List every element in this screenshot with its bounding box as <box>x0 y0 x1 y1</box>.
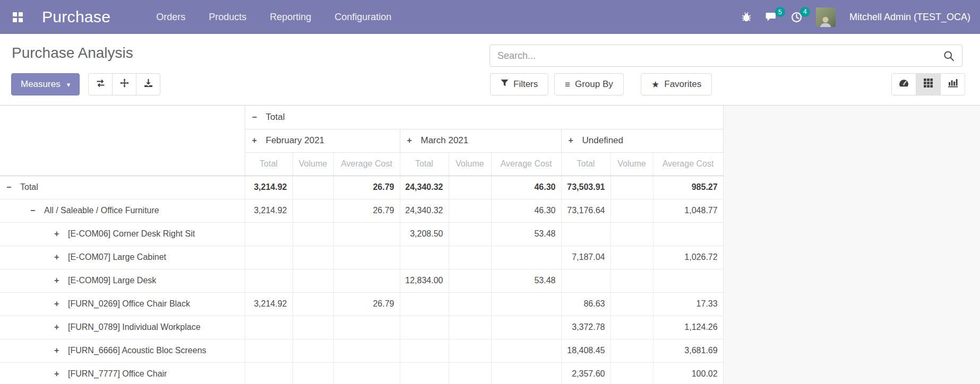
measure-header-average-cost[interactable]: Average Cost <box>653 152 723 176</box>
pivot-value-cell <box>611 269 653 292</box>
pivot-value-cell: 73,176.64 <box>561 199 611 222</box>
pivot-value-cell: 12,834.00 <box>400 269 449 292</box>
user-avatar[interactable] <box>816 7 836 27</box>
pivot-row-header[interactable]: +[E-COM07] Large Cabinet <box>0 246 245 269</box>
pivot-value-cell: 985.27 <box>653 176 723 199</box>
pivot-value-cell <box>333 339 400 362</box>
pivot-view-button[interactable] <box>916 73 941 95</box>
pivot-value-cell: 53.48 <box>491 269 561 292</box>
pivot-value-cell: 3,681.69 <box>653 339 723 362</box>
pivot-row-header[interactable]: −All / Saleable / Office Furniture <box>0 199 245 222</box>
plus-icon: + <box>54 252 63 262</box>
pivot-row-header[interactable]: +[E-COM06] Corner Desk Right Sit <box>0 222 245 246</box>
pivot-value-cell <box>449 316 491 339</box>
filters-button[interactable]: Filters <box>490 73 548 95</box>
pivot-row-header[interactable]: +[FURN_7777] Office Chair <box>0 362 245 384</box>
measures-button-label: Measures <box>21 79 61 90</box>
pivot-colgroup-february-2021[interactable]: +February 2021 <box>245 129 400 152</box>
pivot-value-cell: 7,187.04 <box>561 246 611 269</box>
pivot-value-cell <box>293 362 333 384</box>
apps-menu-button[interactable] <box>10 9 26 25</box>
minus-icon: − <box>6 182 15 192</box>
pivot-value-cell: 2,357.60 <box>561 362 611 384</box>
pivot-row-header[interactable]: +[E-COM09] Large Desk <box>0 269 245 292</box>
measure-header-total[interactable]: Total <box>245 152 293 176</box>
download-button[interactable] <box>136 73 160 95</box>
measure-header-volume[interactable]: Volume <box>449 152 491 176</box>
table-row: −All / Saleable / Office Furniture3,214.… <box>0 199 723 222</box>
plus-icon: + <box>54 229 63 239</box>
measure-header-total[interactable]: Total <box>400 152 449 176</box>
pivot-toolbar <box>88 73 160 95</box>
star-icon: ★ <box>651 80 659 89</box>
pivot-value-cell <box>491 339 561 362</box>
pivot-row-label: All / Saleable / Office Furniture <box>44 206 159 215</box>
table-row: +[FURN_0269] Office Chair Black3,214.922… <box>0 292 723 316</box>
measure-header-average-cost[interactable]: Average Cost <box>491 152 561 176</box>
search-input[interactable] <box>497 50 943 62</box>
table-row: +[E-COM06] Corner Desk Right Sit3,208.50… <box>0 222 723 246</box>
pivot-colgroup-label: Undefined <box>582 135 624 145</box>
pivot-value-cell: 1,026.72 <box>653 246 723 269</box>
activities-menu-button[interactable]: 4 <box>791 12 802 23</box>
pivot-colgroup-march-2021[interactable]: +March 2021 <box>400 129 561 152</box>
flip-axis-button[interactable] <box>88 73 113 95</box>
top-navbar: Purchase Orders Products Reporting Confi… <box>0 0 980 34</box>
measure-header-volume[interactable]: Volume <box>611 152 653 176</box>
pivot-value-cell: 1,048.77 <box>653 199 723 222</box>
app-brand[interactable]: Purchase <box>42 8 110 26</box>
pivot-value-cell <box>449 339 491 362</box>
flip-axis-icon <box>96 79 105 90</box>
search-icon[interactable] <box>943 50 955 62</box>
pivot-row-label: [FURN_0269] Office Chair Black <box>68 299 190 308</box>
pivot-value-cell <box>293 339 333 362</box>
pivot-row-header[interactable]: +[FURN_0269] Office Chair Black <box>0 292 245 316</box>
pivot-value-cell <box>293 316 333 339</box>
debug-menu-button[interactable] <box>741 12 752 22</box>
filters-button-label: Filters <box>513 79 538 90</box>
pivot-row-header[interactable]: +[FURN_0789] Individual Workplace <box>0 316 245 339</box>
pivot-value-cell: 26.79 <box>333 292 400 316</box>
pivot-value-cell <box>611 176 653 199</box>
user-menu[interactable]: Mitchell Admin (TEST_OCA) <box>849 12 970 23</box>
graph-view-button[interactable] <box>940 73 965 95</box>
measure-header-total[interactable]: Total <box>561 152 611 176</box>
favorites-button[interactable]: ★ Favorites <box>641 73 712 95</box>
pivot-value-cell <box>491 316 561 339</box>
pivot-value-cell: 24,340.32 <box>400 199 449 222</box>
pivot-row-header[interactable]: −Total <box>0 176 245 199</box>
dashboard-view-button[interactable] <box>891 73 916 95</box>
nav-item-orders[interactable]: Orders <box>156 12 185 23</box>
measure-header-average-cost[interactable]: Average Cost <box>333 152 400 176</box>
messages-menu-button[interactable]: 5 <box>766 12 777 22</box>
pivot-colgroup-label: March 2021 <box>421 135 469 145</box>
plus-icon: + <box>54 322 63 332</box>
group-by-button[interactable]: ≡ Group By <box>554 73 624 95</box>
measure-header-volume[interactable]: Volume <box>293 152 333 176</box>
pivot-value-cell: 18,408.45 <box>561 339 611 362</box>
pivot-value-cell <box>245 246 293 269</box>
pivot-value-cell <box>449 176 491 199</box>
pivot-value-cell: 26.79 <box>333 199 400 222</box>
nav-item-products[interactable]: Products <box>209 12 246 23</box>
pivot-row-label: [E-COM09] Large Desk <box>68 276 156 285</box>
pivot-value-cell <box>400 292 449 316</box>
expand-all-button[interactable] <box>112 73 136 95</box>
pivot-value-cell <box>333 246 400 269</box>
pivot-column-total-header[interactable]: −Total <box>245 106 723 129</box>
nav-item-reporting[interactable]: Reporting <box>270 12 311 23</box>
table-row: +[FURN_0789] Individual Workplace3,372.7… <box>0 316 723 339</box>
pivot-value-cell <box>293 222 333 246</box>
pivot-row-header[interactable]: +[FURN_6666] Acoustic Bloc Screens <box>0 339 245 362</box>
pivot-value-cell <box>293 176 333 199</box>
pivot-value-cell: 3,214.92 <box>245 176 293 199</box>
pivot-colgroup-undefined[interactable]: +Undefined <box>561 129 723 152</box>
plus-icon: + <box>407 136 416 145</box>
pivot-value-cell <box>561 269 611 292</box>
plus-icon: + <box>54 346 63 355</box>
nav-item-configuration[interactable]: Configuration <box>334 12 391 23</box>
pivot-value-cell <box>245 339 293 362</box>
pivot-row-label: Total <box>20 182 38 191</box>
measures-button[interactable]: Measures ▾ <box>11 73 80 95</box>
pivot-value-cell <box>400 362 449 384</box>
